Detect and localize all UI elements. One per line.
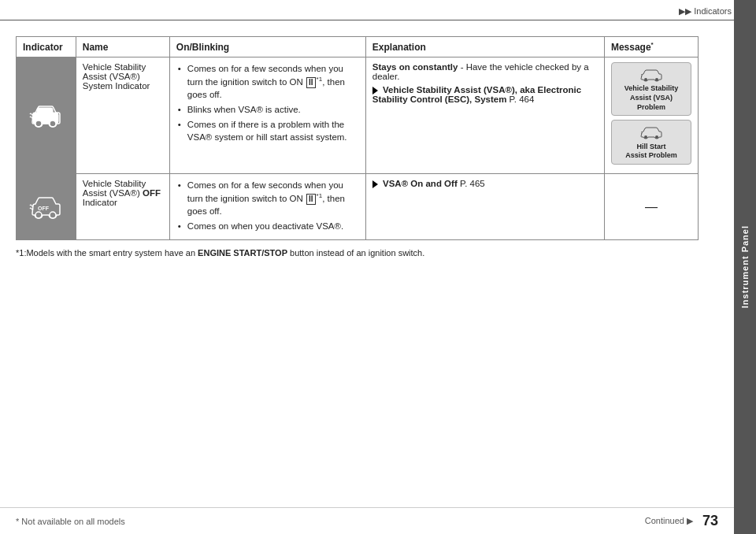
bullet-list-2: Comes on for a few seconds when you turn… xyxy=(176,179,359,232)
indicator-cell-1 xyxy=(17,57,76,174)
header-message: Message* xyxy=(604,37,698,57)
badge-car-icon-1 xyxy=(639,66,663,82)
onblinking-cell-1: Comes on for a few seconds when you turn… xyxy=(169,57,365,174)
top-header: ▶▶ Indicators ▶ xyxy=(0,0,756,20)
message-dash: — xyxy=(645,200,658,213)
bullet-item: Comes on if there is a problem with the … xyxy=(176,118,359,143)
badge-car-icon-2 xyxy=(639,124,663,139)
continued-text: Continued ▶ xyxy=(645,516,693,526)
ref-page-2: P. 465 xyxy=(460,179,485,188)
main-content: Indicator Name On/Blinking Explanation M… xyxy=(0,20,734,268)
header-indicator: Indicator xyxy=(17,37,76,57)
name-cell-1: Vehicle Stability Assist (VSA®) System I… xyxy=(76,57,169,174)
bullet-item: Comes on when you deactivate VSA®. xyxy=(176,220,359,232)
name-cell-2: Vehicle Stability Assist (VSA®) OFF Indi… xyxy=(76,174,169,240)
svg-point-6 xyxy=(644,135,647,139)
bullet-list-1: Comes on for a few seconds when you turn… xyxy=(176,62,359,143)
table-row: Vehicle Stability Assist (VSA®) System I… xyxy=(17,57,699,174)
ii-symbol-2: II xyxy=(306,194,316,205)
explanation-text-2: VSA® On and Off P. 465 xyxy=(372,179,598,188)
explanation-text-1: Stays on constantly - Have the vehicle c… xyxy=(372,62,598,81)
header-name: Name xyxy=(76,37,169,57)
ref-arrow-icon xyxy=(372,87,378,95)
ref-page-1: P. 464 xyxy=(510,95,535,104)
message-cell-2: — xyxy=(604,174,698,240)
right-sidebar: Instrument Panel xyxy=(734,0,756,534)
vsa-off-icon: OFF xyxy=(28,190,63,224)
message-cell-1: Vehicle StabilityAssist (VSA)Problem Hil… xyxy=(604,57,698,174)
badge-title-vsa: Vehicle StabilityAssist (VSA)Problem xyxy=(617,84,686,112)
ref-arrow-icon-2 xyxy=(372,180,378,188)
message-badge-vsa: Vehicle StabilityAssist (VSA)Problem xyxy=(611,62,691,116)
svg-point-9 xyxy=(50,212,56,218)
svg-text:OFF: OFF xyxy=(38,206,50,211)
svg-point-8 xyxy=(35,212,42,218)
footnote-bold: ENGINE START/STOP xyxy=(198,248,287,258)
indicator-table: Indicator Name On/Blinking Explanation M… xyxy=(16,36,699,240)
bullet-item: Comes on for a few seconds when you turn… xyxy=(176,62,359,101)
footnote: *1:Models with the smart entry system ha… xyxy=(16,247,699,260)
ref-text-1: Vehicle Stability Assist (VSA®), aka Ele… xyxy=(372,85,581,104)
bullet-item: Blinks when VSA® is active. xyxy=(176,103,359,116)
explanation-cell-1: Stays on constantly - Have the vehicle c… xyxy=(365,57,604,174)
sidebar-label: Instrument Panel xyxy=(740,225,750,308)
bottom-right: Continued ▶ 73 xyxy=(645,513,718,529)
page-number: 73 xyxy=(702,513,718,529)
explanation-cell-2: VSA® On and Off P. 465 xyxy=(365,174,604,240)
indicator-cell-2: OFF xyxy=(17,174,76,240)
ii-symbol: II xyxy=(306,77,316,88)
svg-point-7 xyxy=(655,135,658,139)
explanation-bold-1: Stays on constantly xyxy=(372,62,458,72)
bottom-bar: * Not available on all models Continued … xyxy=(0,507,734,534)
name-text-1: Vehicle Stability Assist (VSA®) System I… xyxy=(83,62,150,91)
badge-title-hill: Hill StartAssist Problem xyxy=(617,143,686,161)
svg-rect-1 xyxy=(37,108,53,116)
breadcrumb: ▶▶ Indicators ▶ xyxy=(679,6,740,17)
header-onblinking: On/Blinking xyxy=(169,37,365,57)
indicator-icon-wrap-1 xyxy=(23,98,69,133)
onblinking-cell-2: Comes on for a few seconds when you turn… xyxy=(169,174,365,240)
svg-point-5 xyxy=(655,78,658,81)
indicator-icon-wrap-2: OFF xyxy=(23,190,69,224)
table-row: OFF Vehicle Stability Assist (VSA®) OFF … xyxy=(17,174,699,240)
name-text-2: Vehicle Stability Assist (VSA®) OFF Indi… xyxy=(83,179,161,207)
vsa-icon xyxy=(28,98,63,133)
explanation-ref-1: Vehicle Stability Assist (VSA®), aka Ele… xyxy=(372,85,598,104)
footnote-star: *1:Models with the smart entry system ha… xyxy=(16,248,198,258)
bullet-item: Comes on for a few seconds when you turn… xyxy=(176,179,359,217)
bottom-note: * Not available on all models xyxy=(16,517,125,526)
ref-text-2: VSA® On and Off xyxy=(383,179,458,188)
svg-point-4 xyxy=(644,78,647,81)
footnote-rest: button instead of an ignition switch. xyxy=(290,248,424,258)
message-badge-hill: Hill StartAssist Problem xyxy=(611,120,691,165)
header-explanation: Explanation xyxy=(365,37,604,57)
